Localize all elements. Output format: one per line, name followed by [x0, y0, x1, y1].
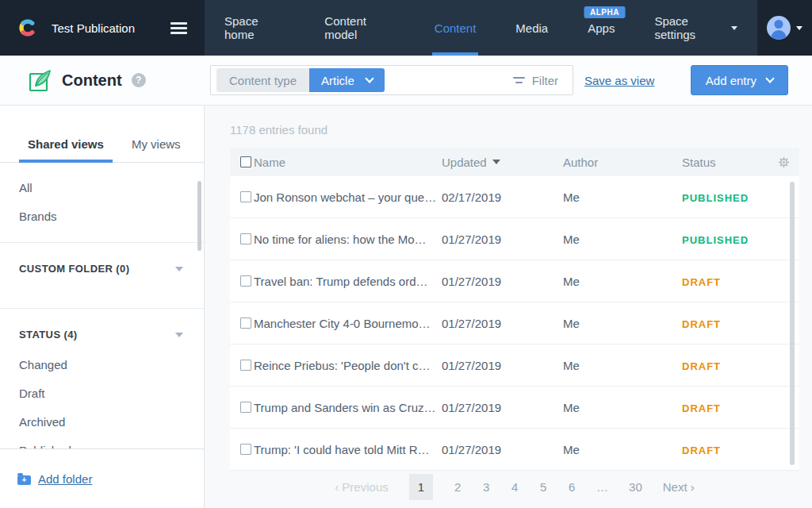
entry-updated: 01/27/2019 — [442, 401, 563, 414]
column-header-name[interactable]: Name — [254, 156, 442, 169]
search-filter-box[interactable]: Content type Article Filter — [210, 65, 573, 95]
pagination-page-5[interactable]: 5 — [539, 480, 547, 494]
views-list: AllBrands — [0, 163, 204, 231]
column-header-updated[interactable]: Updated — [442, 156, 563, 169]
section-label: STATUS (4) — [19, 329, 78, 341]
pagination-page-30[interactable]: 30 — [629, 480, 642, 494]
nav-item-content-model[interactable]: Content model — [304, 0, 414, 56]
select-all-checkbox[interactable] — [240, 156, 251, 167]
save-as-view-link[interactable]: Save as view — [584, 74, 654, 87]
nav-item-content[interactable]: Content — [415, 0, 496, 56]
nav-item-space-settings[interactable]: Space settings — [634, 0, 757, 56]
sidebar-item-brands[interactable]: Brands — [0, 202, 204, 231]
chevron-down-icon — [731, 26, 737, 30]
content-leaf-icon — [29, 68, 52, 92]
row-checkbox[interactable] — [240, 191, 251, 202]
add-entry-button[interactable]: Add entry — [691, 65, 788, 95]
collapse-triangle-icon[interactable] — [175, 267, 183, 271]
entry-updated: 01/27/2019 — [442, 443, 563, 456]
pagination-page-3[interactable]: 3 — [482, 480, 490, 494]
section-header-custom-folder-0[interactable]: CUSTOM FOLDER (0) — [0, 243, 204, 275]
entry-name[interactable]: Reince Priebus: 'People don't c… — [254, 359, 442, 372]
section-label: CUSTOM FOLDER (0) — [19, 263, 129, 275]
entry-status-badge: DRAFT — [682, 275, 772, 288]
entry-updated: 02/17/2019 — [442, 190, 563, 204]
nav-item-media[interactable]: Media — [496, 0, 568, 56]
add-folder-icon — [17, 475, 31, 485]
gear-icon[interactable] — [778, 156, 790, 168]
chevron-down-icon — [365, 74, 373, 83]
nav-item-label: Apps — [588, 21, 615, 35]
nav-item-label: Space settings — [654, 14, 724, 41]
avatar — [767, 16, 791, 40]
account-menu[interactable] — [757, 0, 812, 56]
table-body: Jon Ronson webchat – your que…02/17/2019… — [230, 176, 799, 471]
pagination-page-4[interactable]: 4 — [511, 480, 519, 494]
pagination-previous[interactable]: ‹ Previous — [335, 480, 389, 494]
row-checkbox[interactable] — [240, 318, 251, 329]
sidebar-item-draft[interactable]: Draft — [0, 379, 204, 408]
sidebar-item-all[interactable]: All — [0, 174, 204, 202]
sidebar-sections: CUSTOM FOLDER (0)STATUS (4)ChangedDraftA… — [0, 242, 204, 465]
nav-item-apps[interactable]: AppsALPHA — [568, 0, 634, 56]
column-header-author[interactable]: Author — [563, 156, 682, 169]
sidebar-item-changed[interactable]: Changed — [0, 351, 204, 379]
sidebar-item-archived[interactable]: Archived — [0, 408, 204, 437]
row-checkbox[interactable] — [240, 444, 251, 455]
row-checkbox[interactable] — [240, 402, 251, 413]
row-checkbox[interactable] — [240, 275, 251, 287]
collapse-triangle-icon[interactable] — [175, 333, 183, 337]
entries-table: Name Updated Author Status — [230, 148, 799, 471]
app-window: Test Publication Space homeContent model… — [0, 0, 812, 508]
title-area: Content ? — [0, 68, 205, 92]
row-checkbox[interactable] — [240, 360, 251, 371]
tab-my-views[interactable]: My views — [123, 137, 190, 162]
content-type-filter: Content type Article — [216, 68, 385, 92]
filter-icon — [513, 77, 525, 83]
pagination-next[interactable]: Next › — [663, 480, 695, 494]
pagination-page-2[interactable]: 2 — [454, 480, 462, 494]
entry-author: Me — [563, 317, 682, 330]
table-scrollbar[interactable] — [790, 182, 795, 465]
add-folder-button[interactable]: Add folder — [17, 472, 92, 486]
content-type-dropdown[interactable]: Article — [309, 68, 385, 92]
table-row[interactable]: Trump and Sanders win as Cruz…01/27/2019… — [230, 387, 799, 429]
pagination-page-6[interactable]: 6 — [568, 480, 576, 494]
entry-author: Me — [563, 443, 682, 456]
table-header: Name Updated Author Status — [230, 148, 799, 176]
section-header-status-4[interactable]: STATUS (4) — [0, 309, 204, 341]
entry-name[interactable]: Trump: 'I could have told Mitt R… — [254, 443, 442, 456]
pagination-page-1[interactable]: 1 — [409, 474, 433, 500]
entry-name[interactable]: Manchester City 4-0 Bournemo… — [254, 317, 442, 330]
entry-name[interactable]: No time for aliens: how the Mo… — [254, 233, 442, 246]
header-bar: Content ? Content type Article Filter Sa… — [0, 56, 812, 106]
entry-name[interactable]: Trump and Sanders win as Cruz… — [254, 401, 442, 414]
table-row[interactable]: Reince Priebus: 'People don't c…01/27/20… — [230, 344, 799, 387]
table-row[interactable]: No time for aliens: how the Mo…01/27/201… — [230, 218, 799, 260]
content-type-label: Content type — [216, 68, 309, 92]
nav-item-space-home[interactable]: Space home — [205, 0, 304, 56]
nav-item-label: Content model — [324, 14, 394, 41]
entry-status-badge: DRAFT — [682, 443, 772, 456]
row-checkbox[interactable] — [240, 233, 251, 244]
sidebar: Shared viewsMy views AllBrands CUSTOM FO… — [0, 106, 205, 508]
entry-status-badge: DRAFT — [682, 359, 772, 372]
tab-shared-views[interactable]: Shared views — [19, 137, 113, 162]
alpha-badge: ALPHA — [584, 6, 626, 18]
sidebar-section-status-4: STATUS (4)ChangedDraftArchivedPublished — [0, 308, 204, 465]
hamburger-menu-icon[interactable] — [169, 19, 189, 37]
table-row[interactable]: Jon Ronson webchat – your que…02/17/2019… — [230, 176, 799, 218]
table-row[interactable]: Manchester City 4-0 Bournemo…01/27/2019M… — [230, 302, 799, 344]
entry-author: Me — [563, 190, 682, 204]
table-row[interactable]: Trump: 'I could have told Mitt R…01/27/2… — [230, 429, 799, 471]
sidebar-section-custom-folder-0: CUSTOM FOLDER (0) — [0, 242, 204, 297]
nav-items: Space homeContent modelContentMediaAppsA… — [205, 0, 757, 56]
sidebar-scrollbar[interactable] — [197, 181, 201, 251]
table-row[interactable]: Travel ban: Trump defends ord…01/27/2019… — [230, 260, 799, 302]
help-icon[interactable]: ? — [132, 73, 146, 87]
entry-name[interactable]: Jon Ronson webchat – your que… — [254, 190, 442, 204]
column-header-status[interactable]: Status — [682, 156, 772, 169]
section-items: ChangedDraftArchivedPublished — [0, 341, 204, 465]
filter-button[interactable]: Filter — [513, 74, 573, 87]
entry-name[interactable]: Travel ban: Trump defends ord… — [254, 275, 442, 288]
